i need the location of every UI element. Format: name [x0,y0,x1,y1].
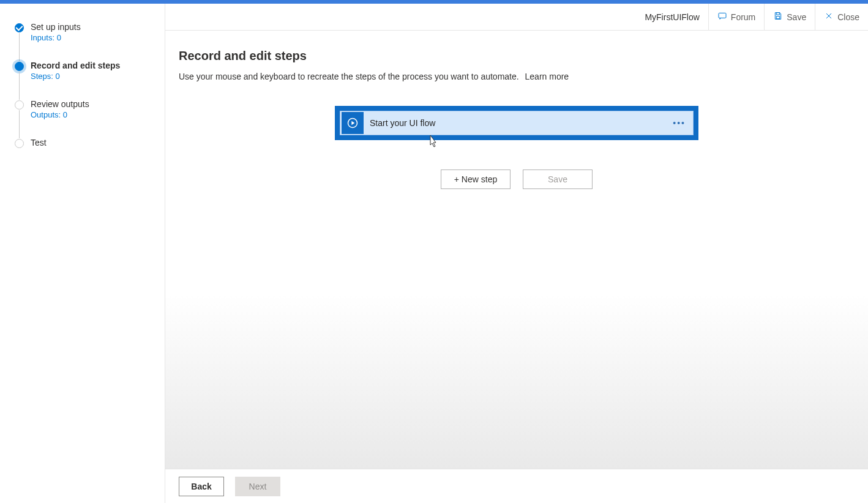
play-circle-icon [342,112,364,134]
learn-more-link[interactable]: Learn more [525,72,569,81]
header-bar: MyFirstUIFlow Forum Save Close [165,4,868,31]
save-button[interactable]: Save [764,4,815,30]
step-subtitle[interactable]: Inputs: 0 [31,33,154,42]
save-inline-button: Save [523,170,593,189]
pending-step-dot-icon [15,100,24,110]
flow-canvas: Start your UI flow ••• + New step Save [179,106,855,189]
flow-name-label: MyFirstUIFlow [636,4,708,30]
forum-button-label: Forum [731,12,755,22]
step-title: Test [31,138,154,147]
page-description: Use your mouse and keyboard to recreate … [179,72,855,81]
wizard-step-test[interactable]: Test [15,138,154,147]
canvas-button-row: + New step Save [441,170,593,189]
pending-step-dot-icon [15,139,24,148]
step-connector [19,72,20,100]
content-area: Record and edit steps Use your mouse and… [165,31,868,469]
new-step-button[interactable]: + New step [441,170,511,189]
active-step-dot-icon [15,62,24,71]
step-title: Review outputs [31,99,154,109]
step-subtitle[interactable]: Outputs: 0 [31,110,154,119]
wizard-sidebar: Set up inputs Inputs: 0 Record and edit … [0,4,165,503]
page-title: Record and edit steps [179,49,855,63]
next-button: Next [235,477,280,496]
save-button-label: Save [787,12,806,22]
wizard-step-set-up-inputs[interactable]: Set up inputs Inputs: 0 [15,22,154,42]
close-button-label: Close [837,12,859,22]
step-title: Set up inputs [31,22,154,32]
main-column: MyFirstUIFlow Forum Save Close [165,4,868,503]
svg-rect-0 [719,13,726,18]
wizard-steps-list: Set up inputs Inputs: 0 Record and edit … [15,22,154,147]
footer-bar: Back Next [165,469,868,503]
svg-marker-6 [351,121,354,125]
step-connector [19,110,20,138]
ellipsis-icon: ••• [673,118,686,128]
forum-button[interactable]: Forum [708,4,764,30]
chat-icon [717,11,727,23]
close-x-icon [824,11,834,23]
start-ui-flow-card-inner: Start your UI flow ••• [340,111,694,135]
step-title: Record and edit steps [31,61,154,70]
close-button[interactable]: Close [815,4,868,30]
svg-rect-2 [777,17,780,19]
start-ui-flow-label: Start your UI flow [365,118,435,128]
app-shell: Set up inputs Inputs: 0 Record and edit … [0,4,868,503]
page-description-text: Use your mouse and keyboard to recreate … [179,72,519,81]
svg-rect-1 [777,13,780,15]
wizard-step-review-outputs[interactable]: Review outputs Outputs: 0 [15,99,154,119]
step-connector [19,33,20,61]
start-ui-flow-card[interactable]: Start your UI flow ••• [335,106,698,140]
wizard-step-record-and-edit[interactable]: Record and edit steps Steps: 0 [15,61,154,81]
step-subtitle[interactable]: Steps: 0 [31,72,154,81]
card-more-menu[interactable]: ••• [673,118,686,128]
save-disk-icon [773,11,783,23]
checkmark-circle-icon [15,23,24,32]
back-button[interactable]: Back [179,477,224,496]
